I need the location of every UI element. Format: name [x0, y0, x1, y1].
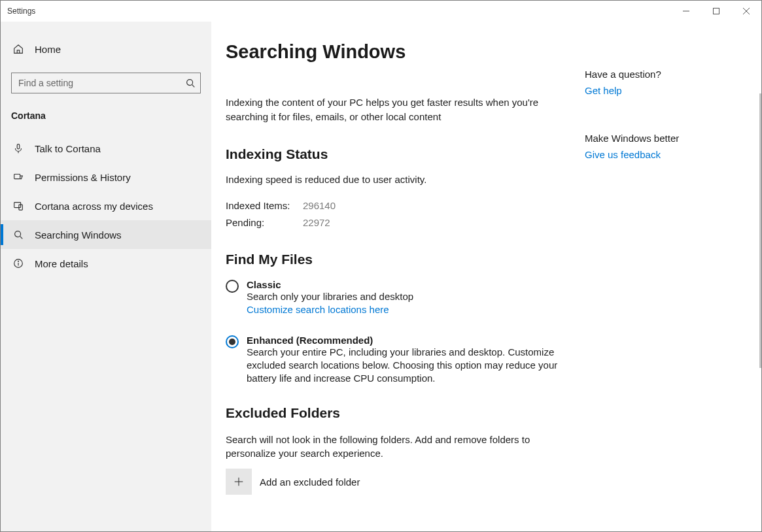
minimize-icon — [683, 8, 689, 14]
maximize-button[interactable] — [701, 1, 731, 22]
search-icon — [181, 77, 200, 89]
svg-point-14 — [18, 261, 19, 261]
excluded-heading: Excluded Folders — [226, 405, 579, 421]
sidebar-section-heading: Cortana — [1, 99, 211, 127]
find-option-classic[interactable]: Classic Search only your libraries and d… — [226, 279, 579, 315]
svg-rect-7 — [14, 175, 20, 179]
indexing-heading: Indexing Status — [226, 146, 579, 162]
pending-value: 22972 — [303, 215, 330, 231]
excluded-desc: Search will not look in the following fo… — [226, 433, 579, 461]
microphone-icon — [11, 142, 26, 154]
maximize-icon — [713, 8, 719, 14]
sidebar-home-label: Home — [35, 44, 61, 55]
svg-line-5 — [192, 85, 195, 88]
page-intro: Indexing the content of your PC helps yo… — [226, 95, 579, 124]
svg-point-4 — [187, 80, 193, 86]
sidebar-item-more-details[interactable]: More details — [1, 249, 211, 278]
find-my-files-heading: Find My Files — [226, 252, 579, 267]
svg-point-10 — [15, 231, 21, 237]
devices-icon — [11, 200, 26, 212]
info-icon — [11, 258, 26, 269]
feedback-link[interactable]: Give us feedback — [585, 149, 661, 160]
radio-enhanced[interactable] — [226, 335, 239, 348]
sidebar-item-label: More details — [35, 258, 88, 269]
window-title: Settings — [7, 7, 35, 16]
pending-label: Pending: — [226, 215, 303, 231]
sidebar-search[interactable] — [11, 73, 201, 93]
home-icon — [11, 43, 26, 55]
svg-rect-6 — [17, 144, 20, 149]
feedback-heading: Make Windows better — [585, 133, 742, 144]
get-help-link[interactable]: Get help — [585, 85, 622, 96]
sidebar-item-label: Talk to Cortana — [35, 143, 101, 154]
scrollbar[interactable] — [759, 93, 761, 368]
sidebar-home[interactable]: Home — [1, 35, 211, 63]
sidebar-item-permissions-history[interactable]: Permissions & History — [1, 163, 211, 191]
sidebar-item-searching-windows[interactable]: Searching Windows — [1, 220, 211, 249]
search-icon — [11, 229, 26, 241]
search-input[interactable] — [12, 78, 181, 88]
main-content: Searching Windows Indexing the content o… — [211, 22, 761, 531]
customize-search-link[interactable]: Customize search locations here — [247, 304, 579, 315]
indexed-items-value: 296140 — [303, 198, 336, 214]
plus-icon — [233, 476, 245, 488]
sidebar-item-label: Permissions & History — [35, 172, 131, 183]
add-excluded-folder-button[interactable] — [226, 469, 252, 495]
minimize-button[interactable] — [671, 1, 701, 22]
svg-line-11 — [20, 237, 23, 239]
enhanced-desc: Search your entire PC, including your li… — [247, 346, 579, 386]
add-excluded-folder-label: Add an excluded folder — [260, 476, 360, 488]
sidebar-item-talk-to-cortana[interactable]: Talk to Cortana — [1, 134, 211, 163]
permissions-icon — [11, 171, 26, 183]
sidebar: Home Cortana Talk to Cortana — [1, 22, 211, 531]
close-button[interactable] — [731, 1, 761, 22]
sidebar-item-cortana-devices[interactable]: Cortana across my devices — [1, 191, 211, 220]
classic-desc: Search only your libraries and desktop — [247, 290, 579, 303]
classic-title: Classic — [247, 279, 579, 290]
sidebar-item-label: Searching Windows — [35, 229, 122, 241]
titlebar: Settings — [1, 1, 761, 22]
svg-rect-1 — [714, 8, 719, 14]
enhanced-title: Enhanced (Recommended) — [247, 335, 579, 346]
have-question-heading: Have a question? — [585, 69, 742, 80]
indexing-status-text: Indexing speed is reduced due to user ac… — [226, 174, 579, 185]
page-title: Searching Windows — [226, 41, 579, 63]
close-icon — [743, 8, 750, 14]
indexed-items-label: Indexed Items: — [226, 198, 303, 214]
find-option-enhanced[interactable]: Enhanced (Recommended) Search your entir… — [226, 335, 579, 386]
sidebar-item-label: Cortana across my devices — [35, 201, 153, 212]
radio-classic[interactable] — [226, 280, 239, 293]
